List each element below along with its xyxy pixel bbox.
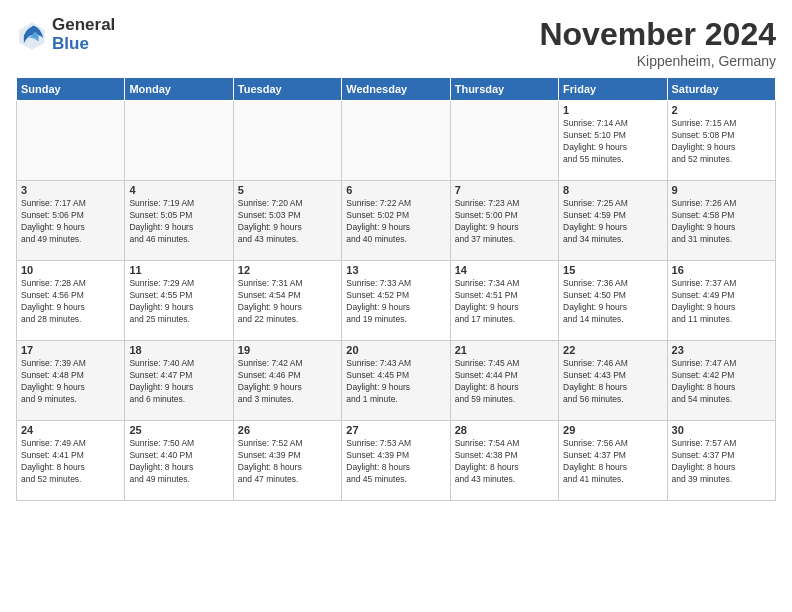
- day-info: Sunrise: 7:28 AM Sunset: 4:56 PM Dayligh…: [21, 278, 120, 326]
- day-info: Sunrise: 7:20 AM Sunset: 5:03 PM Dayligh…: [238, 198, 337, 246]
- header: General Blue November 2024 Kippenheim, G…: [16, 16, 776, 69]
- calendar-cell: 22Sunrise: 7:46 AM Sunset: 4:43 PM Dayli…: [559, 341, 667, 421]
- day-info: Sunrise: 7:57 AM Sunset: 4:37 PM Dayligh…: [672, 438, 771, 486]
- day-number: 3: [21, 184, 120, 196]
- calendar-cell: 14Sunrise: 7:34 AM Sunset: 4:51 PM Dayli…: [450, 261, 558, 341]
- calendar-cell: 1Sunrise: 7:14 AM Sunset: 5:10 PM Daylig…: [559, 101, 667, 181]
- location: Kippenheim, Germany: [539, 53, 776, 69]
- calendar-cell: 13Sunrise: 7:33 AM Sunset: 4:52 PM Dayli…: [342, 261, 450, 341]
- calendar-cell: 10Sunrise: 7:28 AM Sunset: 4:56 PM Dayli…: [17, 261, 125, 341]
- day-info: Sunrise: 7:37 AM Sunset: 4:49 PM Dayligh…: [672, 278, 771, 326]
- day-number: 9: [672, 184, 771, 196]
- day-number: 14: [455, 264, 554, 276]
- day-info: Sunrise: 7:25 AM Sunset: 4:59 PM Dayligh…: [563, 198, 662, 246]
- day-info: Sunrise: 7:39 AM Sunset: 4:48 PM Dayligh…: [21, 358, 120, 406]
- day-info: Sunrise: 7:22 AM Sunset: 5:02 PM Dayligh…: [346, 198, 445, 246]
- calendar-cell: 21Sunrise: 7:45 AM Sunset: 4:44 PM Dayli…: [450, 341, 558, 421]
- day-number: 4: [129, 184, 228, 196]
- day-number: 28: [455, 424, 554, 436]
- day-info: Sunrise: 7:49 AM Sunset: 4:41 PM Dayligh…: [21, 438, 120, 486]
- calendar-cell: 19Sunrise: 7:42 AM Sunset: 4:46 PM Dayli…: [233, 341, 341, 421]
- calendar-week-5: 24Sunrise: 7:49 AM Sunset: 4:41 PM Dayli…: [17, 421, 776, 501]
- calendar-cell: [233, 101, 341, 181]
- calendar-week-4: 17Sunrise: 7:39 AM Sunset: 4:48 PM Dayli…: [17, 341, 776, 421]
- day-number: 16: [672, 264, 771, 276]
- day-info: Sunrise: 7:26 AM Sunset: 4:58 PM Dayligh…: [672, 198, 771, 246]
- day-info: Sunrise: 7:14 AM Sunset: 5:10 PM Dayligh…: [563, 118, 662, 166]
- day-info: Sunrise: 7:19 AM Sunset: 5:05 PM Dayligh…: [129, 198, 228, 246]
- calendar-cell: 28Sunrise: 7:54 AM Sunset: 4:38 PM Dayli…: [450, 421, 558, 501]
- day-number: 12: [238, 264, 337, 276]
- calendar-cell: 24Sunrise: 7:49 AM Sunset: 4:41 PM Dayli…: [17, 421, 125, 501]
- calendar-header-row: SundayMondayTuesdayWednesdayThursdayFrid…: [17, 78, 776, 101]
- col-header-tuesday: Tuesday: [233, 78, 341, 101]
- day-info: Sunrise: 7:46 AM Sunset: 4:43 PM Dayligh…: [563, 358, 662, 406]
- day-info: Sunrise: 7:50 AM Sunset: 4:40 PM Dayligh…: [129, 438, 228, 486]
- calendar-week-2: 3Sunrise: 7:17 AM Sunset: 5:06 PM Daylig…: [17, 181, 776, 261]
- day-info: Sunrise: 7:31 AM Sunset: 4:54 PM Dayligh…: [238, 278, 337, 326]
- page: General Blue November 2024 Kippenheim, G…: [0, 0, 792, 612]
- day-number: 15: [563, 264, 662, 276]
- title-block: November 2024 Kippenheim, Germany: [539, 16, 776, 69]
- calendar-cell: 6Sunrise: 7:22 AM Sunset: 5:02 PM Daylig…: [342, 181, 450, 261]
- day-info: Sunrise: 7:36 AM Sunset: 4:50 PM Dayligh…: [563, 278, 662, 326]
- day-number: 26: [238, 424, 337, 436]
- calendar-table: SundayMondayTuesdayWednesdayThursdayFrid…: [16, 77, 776, 501]
- calendar-cell: 25Sunrise: 7:50 AM Sunset: 4:40 PM Dayli…: [125, 421, 233, 501]
- calendar-cell: 15Sunrise: 7:36 AM Sunset: 4:50 PM Dayli…: [559, 261, 667, 341]
- col-header-friday: Friday: [559, 78, 667, 101]
- col-header-monday: Monday: [125, 78, 233, 101]
- logo-general: General: [52, 16, 115, 35]
- day-number: 23: [672, 344, 771, 356]
- calendar-cell: [125, 101, 233, 181]
- col-header-sunday: Sunday: [17, 78, 125, 101]
- day-number: 24: [21, 424, 120, 436]
- col-header-saturday: Saturday: [667, 78, 775, 101]
- calendar-cell: 3Sunrise: 7:17 AM Sunset: 5:06 PM Daylig…: [17, 181, 125, 261]
- day-number: 22: [563, 344, 662, 356]
- calendar-cell: 16Sunrise: 7:37 AM Sunset: 4:49 PM Dayli…: [667, 261, 775, 341]
- day-info: Sunrise: 7:47 AM Sunset: 4:42 PM Dayligh…: [672, 358, 771, 406]
- day-number: 29: [563, 424, 662, 436]
- logo-text: General Blue: [52, 16, 115, 53]
- day-number: 18: [129, 344, 228, 356]
- day-info: Sunrise: 7:43 AM Sunset: 4:45 PM Dayligh…: [346, 358, 445, 406]
- day-number: 17: [21, 344, 120, 356]
- calendar-week-3: 10Sunrise: 7:28 AM Sunset: 4:56 PM Dayli…: [17, 261, 776, 341]
- calendar-cell: 9Sunrise: 7:26 AM Sunset: 4:58 PM Daylig…: [667, 181, 775, 261]
- calendar-cell: 27Sunrise: 7:53 AM Sunset: 4:39 PM Dayli…: [342, 421, 450, 501]
- day-number: 20: [346, 344, 445, 356]
- day-number: 2: [672, 104, 771, 116]
- calendar-cell: 8Sunrise: 7:25 AM Sunset: 4:59 PM Daylig…: [559, 181, 667, 261]
- day-number: 21: [455, 344, 554, 356]
- day-info: Sunrise: 7:45 AM Sunset: 4:44 PM Dayligh…: [455, 358, 554, 406]
- calendar-cell: 29Sunrise: 7:56 AM Sunset: 4:37 PM Dayli…: [559, 421, 667, 501]
- day-number: 7: [455, 184, 554, 196]
- day-number: 5: [238, 184, 337, 196]
- day-info: Sunrise: 7:42 AM Sunset: 4:46 PM Dayligh…: [238, 358, 337, 406]
- calendar-cell: 30Sunrise: 7:57 AM Sunset: 4:37 PM Dayli…: [667, 421, 775, 501]
- day-info: Sunrise: 7:53 AM Sunset: 4:39 PM Dayligh…: [346, 438, 445, 486]
- day-info: Sunrise: 7:33 AM Sunset: 4:52 PM Dayligh…: [346, 278, 445, 326]
- calendar-cell: [450, 101, 558, 181]
- calendar-cell: [17, 101, 125, 181]
- day-number: 6: [346, 184, 445, 196]
- day-number: 11: [129, 264, 228, 276]
- day-number: 10: [21, 264, 120, 276]
- day-number: 1: [563, 104, 662, 116]
- calendar-cell: 4Sunrise: 7:19 AM Sunset: 5:05 PM Daylig…: [125, 181, 233, 261]
- calendar-cell: 17Sunrise: 7:39 AM Sunset: 4:48 PM Dayli…: [17, 341, 125, 421]
- calendar-cell: 23Sunrise: 7:47 AM Sunset: 4:42 PM Dayli…: [667, 341, 775, 421]
- day-number: 13: [346, 264, 445, 276]
- calendar-cell: 11Sunrise: 7:29 AM Sunset: 4:55 PM Dayli…: [125, 261, 233, 341]
- logo: General Blue: [16, 16, 115, 53]
- calendar-week-1: 1Sunrise: 7:14 AM Sunset: 5:10 PM Daylig…: [17, 101, 776, 181]
- day-info: Sunrise: 7:15 AM Sunset: 5:08 PM Dayligh…: [672, 118, 771, 166]
- day-number: 19: [238, 344, 337, 356]
- day-number: 27: [346, 424, 445, 436]
- day-number: 30: [672, 424, 771, 436]
- day-info: Sunrise: 7:29 AM Sunset: 4:55 PM Dayligh…: [129, 278, 228, 326]
- day-info: Sunrise: 7:17 AM Sunset: 5:06 PM Dayligh…: [21, 198, 120, 246]
- day-info: Sunrise: 7:52 AM Sunset: 4:39 PM Dayligh…: [238, 438, 337, 486]
- day-number: 8: [563, 184, 662, 196]
